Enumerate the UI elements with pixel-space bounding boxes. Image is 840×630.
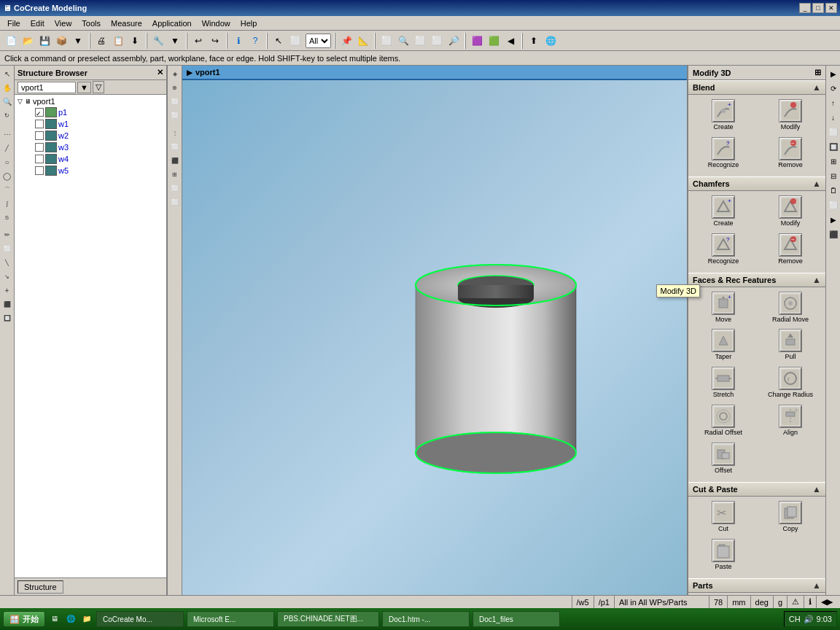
blend-section-header[interactable]: Blend ▲ [688, 80, 825, 95]
stretch-btn[interactable]: Stretch [691, 365, 755, 400]
label-w1[interactable]: w1 [58, 120, 69, 128]
quicklaunch3[interactable]: 📁 [80, 612, 93, 625]
lt-tool14[interactable]: 🔲 [1, 311, 14, 324]
cb-p1[interactable] [35, 108, 44, 117]
fr-btn5[interactable]: ⬜ [827, 125, 840, 139]
cham-create-btn[interactable]: + Create [691, 194, 755, 229]
fr-btn6[interactable]: 🔲 [827, 140, 840, 153]
tree-node-w3[interactable]: w3 [16, 141, 165, 153]
cutpaste-section-header[interactable]: Cut & Paste ▲ [688, 482, 825, 497]
vt2-btn6[interactable]: ⬜ [168, 140, 182, 153]
chamfers-section-header[interactable]: Chamfers ▲ [688, 176, 825, 191]
menu-file[interactable]: File [3, 18, 25, 29]
fr-btn7[interactable]: ⊞ [827, 155, 840, 168]
cham-remove-btn[interactable]: − Remove [758, 232, 822, 267]
chamfers-collapse-icon[interactable]: ▲ [812, 179, 821, 189]
export-button[interactable]: ⬇ [127, 33, 143, 49]
tree-node-p1[interactable]: p1 [16, 106, 165, 118]
tree-filter-btn[interactable]: ▽ [93, 81, 104, 93]
vt2-btn3[interactable]: ⬜ [168, 95, 182, 108]
menu-measure[interactable]: Measure [106, 18, 147, 29]
blend-recognize-btn[interactable]: ? Recognize [691, 136, 755, 171]
lt-tool9[interactable]: ⬜ [1, 242, 14, 255]
lt-tool10[interactable]: ╲ [1, 256, 14, 269]
quicklaunch2[interactable]: 🌐 [64, 612, 77, 625]
view4[interactable]: ⬜ [429, 33, 445, 49]
insert-button[interactable]: 📦 [53, 33, 69, 49]
new-button[interactable]: 📄 [3, 33, 19, 49]
help-button[interactable]: ? [247, 33, 263, 49]
fr-btn12[interactable]: ⬛ [827, 228, 840, 241]
fr-btn2[interactable]: ⟳ [827, 82, 840, 95]
right-panel-expand[interactable]: ⊞ [814, 68, 821, 77]
menu-help[interactable]: Help [236, 18, 262, 29]
close-button[interactable]: ✕ [825, 3, 837, 13]
select2-button[interactable]: ⬜ [287, 33, 303, 49]
blend-create-btn[interactable]: + Create [691, 98, 755, 133]
paste-btn[interactable]: Paste [691, 537, 755, 572]
tool1[interactable]: 🔧 [150, 33, 166, 49]
label-w5[interactable]: w5 [58, 166, 69, 175]
taskbar-pbs[interactable]: PBS.CHINADE.NET图... [277, 611, 379, 627]
render2[interactable]: 🟩 [486, 33, 502, 49]
view2[interactable]: 🔍 [395, 33, 411, 49]
cham-modify-btn[interactable]: Modify [758, 194, 822, 229]
render3[interactable]: ◀ [502, 33, 518, 49]
cb-w5[interactable] [35, 166, 44, 175]
menu-window[interactable]: Window [198, 18, 235, 29]
blend-remove-btn[interactable]: − Remove [758, 136, 822, 171]
status-scroll[interactable]: ◀▶ [816, 596, 837, 609]
snap2[interactable]: 📐 [355, 33, 371, 49]
cut-btn[interactable]: ✂ Cut [691, 499, 755, 534]
orient1[interactable]: ⬆ [526, 33, 542, 49]
label-w3[interactable]: w3 [58, 143, 69, 152]
parts-section-header[interactable]: Parts ▲ [688, 578, 825, 593]
start-button[interactable]: 🪟 开始 [3, 611, 45, 627]
lt-tool11[interactable]: ↘ [1, 270, 14, 283]
tree-dropdown[interactable]: vport1 [18, 82, 76, 93]
faces-collapse-icon[interactable]: ▲ [812, 275, 821, 285]
offset-btn[interactable]: Offset [691, 441, 755, 476]
tool-dropdown[interactable]: ▼ [167, 33, 183, 49]
cb-w3[interactable] [35, 143, 44, 152]
lt-tool13[interactable]: ⬛ [1, 298, 14, 311]
info-button[interactable]: ℹ [230, 33, 246, 49]
fr-btn1[interactable]: ▶ [827, 67, 840, 80]
radial-offset-btn[interactable]: Radial Offset [691, 403, 755, 438]
vt2-btn5[interactable]: ⋮ [168, 126, 182, 139]
lt-tool1[interactable]: ⋯ [1, 128, 14, 141]
vt2-btn9[interactable]: ⬜ [168, 182, 182, 195]
label-w2[interactable]: w2 [58, 131, 69, 140]
taper-btn[interactable]: Taper [691, 327, 755, 362]
cutpaste-collapse-icon[interactable]: ▲ [812, 484, 821, 494]
fr-btn3[interactable]: ↑ [827, 96, 840, 109]
copy-btn[interactable]: Copy [758, 499, 822, 534]
lt-tool8[interactable]: ✏ [1, 228, 14, 241]
lt-select[interactable]: ↖ [1, 67, 14, 80]
menu-tools[interactable]: Tools [77, 18, 105, 29]
fr-btn10[interactable]: ⬜ [827, 198, 840, 211]
undo-button[interactable]: ↩ [190, 33, 206, 49]
tree-node-root[interactable]: ▽ 🖥 vport1 [16, 96, 165, 106]
maximize-button[interactable]: □ [812, 3, 824, 13]
snap1[interactable]: 📌 [338, 33, 354, 49]
cb-w2[interactable] [35, 131, 44, 140]
view1[interactable]: ⬜ [378, 33, 394, 49]
status-warn[interactable]: ⚠ [787, 596, 804, 609]
view3[interactable]: ⬜ [412, 33, 428, 49]
lt-tool7[interactable]: S [1, 211, 14, 224]
fr-btn8[interactable]: ⊟ [827, 169, 840, 182]
blend-modify-btn[interactable]: Modify [758, 98, 822, 133]
insert2-button[interactable]: ▼ [70, 33, 86, 49]
blend-collapse-icon[interactable]: ▲ [812, 82, 821, 93]
select-button[interactable]: ↖ [271, 33, 287, 49]
vt2-btn4[interactable]: ⬜ [168, 109, 182, 122]
structure-tab[interactable]: Structure [18, 580, 63, 594]
lt-tool2[interactable]: ╱ [1, 141, 14, 155]
fr-btn9[interactable]: 🗒 [827, 184, 840, 197]
label-p1[interactable]: p1 [58, 108, 67, 117]
lt-tool5[interactable]: ⌒ [1, 183, 14, 196]
cb-w4[interactable] [35, 155, 44, 163]
label-w4[interactable]: w4 [58, 155, 69, 163]
tree-node-w4[interactable]: w4 [16, 153, 165, 165]
